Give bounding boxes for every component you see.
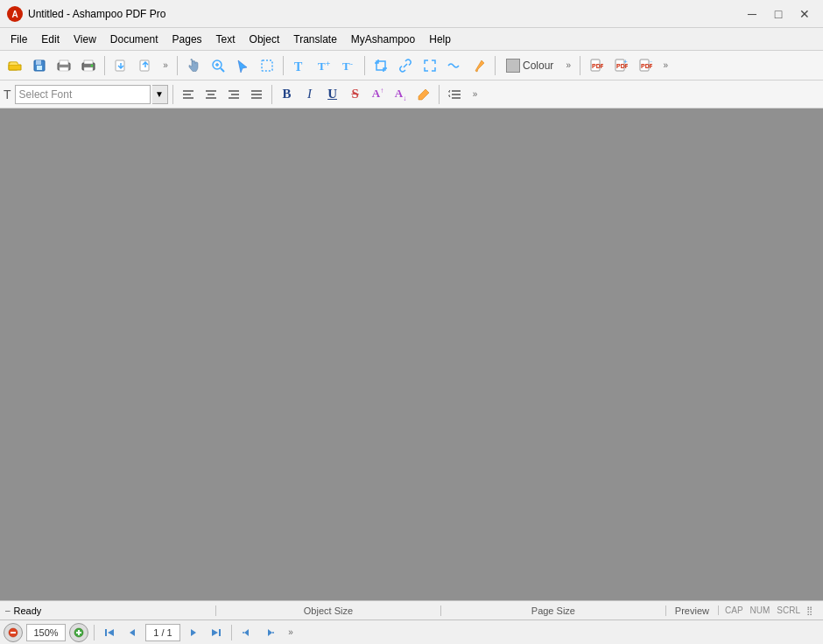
svg-rect-7 xyxy=(60,60,68,65)
fullscreen-button[interactable] xyxy=(419,54,441,77)
text-add-button[interactable]: T+ xyxy=(313,54,335,77)
save-button[interactable] xyxy=(28,54,51,77)
zoom-increase-button[interactable] xyxy=(69,623,88,642)
nav-forward-button[interactable] xyxy=(260,623,279,642)
print-button[interactable] xyxy=(77,54,100,77)
zoom-value: 150% xyxy=(33,627,58,638)
select-button[interactable] xyxy=(231,54,254,77)
text-remove-button[interactable]: T- xyxy=(337,54,360,77)
more-files-button[interactable]: » xyxy=(158,54,172,77)
print-preview-button[interactable] xyxy=(53,54,75,77)
import-button[interactable] xyxy=(109,54,132,77)
minimize-button[interactable]: ─ xyxy=(741,5,763,23)
font-dropdown-button[interactable]: ▼ xyxy=(152,85,168,104)
svg-line-16 xyxy=(221,68,224,72)
hand-tool-button[interactable] xyxy=(182,54,205,77)
eyedropper-button[interactable] xyxy=(468,54,490,77)
more-tools-button[interactable]: » xyxy=(561,54,575,77)
zoom-decrease-button[interactable] xyxy=(4,623,23,642)
align-center-button[interactable] xyxy=(200,84,222,105)
svg-rect-14 xyxy=(140,60,149,71)
crop-button[interactable] xyxy=(369,54,392,77)
prev-page-button[interactable] xyxy=(123,623,142,642)
window-controls: ─ □ ✕ xyxy=(741,5,816,23)
svg-rect-11 xyxy=(84,67,93,71)
nav-back-button[interactable] xyxy=(237,623,257,642)
pdf-btn2[interactable]: PDF+ xyxy=(609,54,632,77)
last-page-button[interactable] xyxy=(207,623,226,642)
separator5 xyxy=(495,56,496,75)
status-ready-text: Ready xyxy=(14,606,42,616)
italic-button[interactable]: I xyxy=(299,84,320,105)
svg-rect-4 xyxy=(36,60,41,65)
select-region-button[interactable] xyxy=(256,54,278,77)
title-text: Untitled - Ashampoo PDF Pro xyxy=(28,8,165,20)
svg-text:T: T xyxy=(294,60,303,73)
svg-text:+: + xyxy=(623,59,628,66)
separator4 xyxy=(364,56,365,75)
menu-bar: File Edit View Document Pages Text Objec… xyxy=(0,28,823,51)
subscript-icon: A↓ xyxy=(395,87,406,102)
sep-tb2-2 xyxy=(271,85,272,104)
font-selector[interactable]: Select Font xyxy=(15,85,151,104)
status-preview: Preview xyxy=(665,606,718,616)
wave-button[interactable] xyxy=(443,54,466,77)
underline-button[interactable]: U xyxy=(322,84,343,105)
subscript-button[interactable]: A↓ xyxy=(390,84,412,105)
app-icon: A xyxy=(7,6,23,22)
separator1 xyxy=(104,56,105,75)
menu-file[interactable]: File xyxy=(4,31,34,48)
strikethrough-button[interactable]: S xyxy=(345,84,366,105)
open-button[interactable] xyxy=(4,54,26,77)
superscript-button[interactable]: A↑ xyxy=(368,84,389,105)
menu-help[interactable]: Help xyxy=(422,31,458,48)
cap-indicator: CAP xyxy=(722,606,746,615)
status-ready: – Ready xyxy=(5,606,215,616)
menu-text[interactable]: Text xyxy=(209,31,243,48)
menu-document[interactable]: Document xyxy=(103,31,165,48)
align-right-button[interactable] xyxy=(223,84,244,105)
bold-button[interactable]: B xyxy=(277,84,298,105)
separator3 xyxy=(283,56,284,75)
export-button[interactable] xyxy=(134,54,157,77)
nav-bar: 150% 1 / 1 » xyxy=(0,620,823,644)
zoom-display: 150% xyxy=(26,624,66,641)
align-left-button[interactable] xyxy=(178,84,199,105)
colour-swatch xyxy=(506,59,520,73)
highlight-button[interactable] xyxy=(413,84,434,105)
canvas-area xyxy=(0,108,823,600)
menu-object[interactable]: Object xyxy=(243,31,287,48)
more-formatting-button[interactable]: » xyxy=(468,83,482,106)
link-button[interactable] xyxy=(394,54,417,77)
nav-more-button[interactable]: » xyxy=(283,623,299,642)
first-page-button[interactable] xyxy=(100,623,119,642)
highlight-icon xyxy=(417,88,431,102)
svg-text:T: T xyxy=(318,60,326,73)
svg-point-12 xyxy=(91,64,94,66)
pdf-btn1[interactable]: PDF xyxy=(585,54,608,77)
svg-rect-5 xyxy=(37,66,42,70)
page-value: 1 / 1 xyxy=(153,627,172,638)
svg-rect-19 xyxy=(262,60,272,71)
line-spacing-button[interactable] xyxy=(444,83,467,106)
pdf-btn3[interactable]: PDF→ xyxy=(634,54,657,77)
zoom-button[interactable] xyxy=(207,54,229,77)
page-display: 1 / 1 xyxy=(145,624,180,641)
next-page-button[interactable] xyxy=(184,623,203,642)
svg-text:T: T xyxy=(342,60,350,73)
menu-pages[interactable]: Pages xyxy=(165,31,209,48)
close-button[interactable]: ✕ xyxy=(793,5,816,23)
menu-translate[interactable]: Translate xyxy=(286,31,344,48)
menu-edit[interactable]: Edit xyxy=(34,31,67,48)
sep-tb2-1 xyxy=(172,85,173,104)
svg-text:PDF: PDF xyxy=(592,63,603,69)
text-tool-button[interactable]: T xyxy=(288,54,311,77)
menu-view[interactable]: View xyxy=(67,31,103,48)
maximize-button[interactable]: □ xyxy=(767,5,790,23)
status-page-size: Page Size xyxy=(440,606,665,616)
align-justify-button[interactable] xyxy=(246,84,267,105)
status-dots: ⣿ xyxy=(805,606,814,615)
more-pdf-button[interactable]: » xyxy=(658,54,672,77)
colour-button[interactable]: Colour xyxy=(500,54,559,77)
menu-myashampoo[interactable]: MyAshampoo xyxy=(344,31,422,48)
